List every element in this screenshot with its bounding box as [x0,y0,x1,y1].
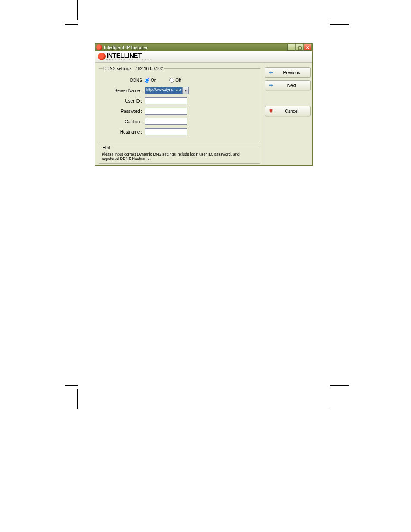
close-button[interactable]: ✕ [304,44,311,51]
minimize-button[interactable]: _ [287,44,295,51]
cross-icon: ✖ [268,108,274,114]
chevron-down-icon[interactable]: ▼ [183,87,189,94]
hint-legend: Hint [102,146,111,150]
previous-button[interactable]: ⬅ Previous [265,67,311,78]
next-label: Next [276,83,308,88]
wizard-buttons-panel: ⬅ Previous ➡ Next ✖ Cancel [262,63,312,165]
user-id-label: User ID : [103,99,145,103]
crop-mark [330,0,330,20]
ddns-on-radio[interactable] [145,78,149,83]
server-name-select[interactable]: http://www.dyndns.org ▼ [145,87,189,94]
next-button[interactable]: ➡ Next [265,80,311,90]
ddns-off-radio-label[interactable]: Off [169,78,181,83]
hint-text: Please input correct Dynamic DNS setting… [102,152,257,161]
ddns-label: DDNS [103,78,145,83]
brand-swirl-icon [98,53,106,60]
confirm-label: Confirm : [103,119,145,124]
password-input[interactable] [145,108,187,115]
maximize-button[interactable]: ▢ [296,44,303,51]
installer-window: Intelligent IP Installer _ ▢ ✕ INTELLINE… [95,43,313,166]
crop-mark [65,24,78,25]
ddns-settings-fieldset: DDNS settings - 192.168.0.102 DDNS On Of… [99,66,260,143]
crop-mark [330,24,349,25]
server-name-value: http://www.dyndns.org [145,87,183,94]
hostname-input[interactable] [145,128,187,135]
password-label: Password : [103,109,145,114]
crop-mark [77,389,78,409]
ddns-on-radio-label[interactable]: On [145,78,156,83]
hint-fieldset: Hint Please input correct Dynamic DNS se… [99,146,260,164]
cancel-label: Cancel [276,109,308,114]
crop-mark [330,385,349,386]
app-icon [96,44,102,50]
user-id-input[interactable] [145,97,187,104]
server-name-label: Server Name : [103,88,145,93]
titlebar[interactable]: Intelligent IP Installer _ ▢ ✕ [95,44,312,51]
ddns-off-radio[interactable] [169,78,174,83]
confirm-input[interactable] [145,118,187,125]
on-label-text: On [151,78,156,83]
logo-bar: INTELLINET NETWORK SOLUTIONS [95,51,312,63]
ddns-legend: DDNS settings - 192.168.0.102 [103,66,164,71]
crop-mark [77,0,78,20]
brand-name: INTELLINET [106,52,153,59]
window-title: Intelligent IP Installer [104,45,287,50]
brand-subtitle: NETWORK SOLUTIONS [106,58,153,61]
crop-mark [330,389,330,409]
cancel-button[interactable]: ✖ Cancel [265,106,311,116]
arrow-right-icon: ➡ [268,82,274,88]
crop-mark [65,385,78,386]
previous-label: Previous [276,70,308,75]
arrow-left-icon: ⬅ [268,69,274,75]
off-label-text: Off [175,78,181,83]
hostname-label: Hostname : [103,130,145,134]
